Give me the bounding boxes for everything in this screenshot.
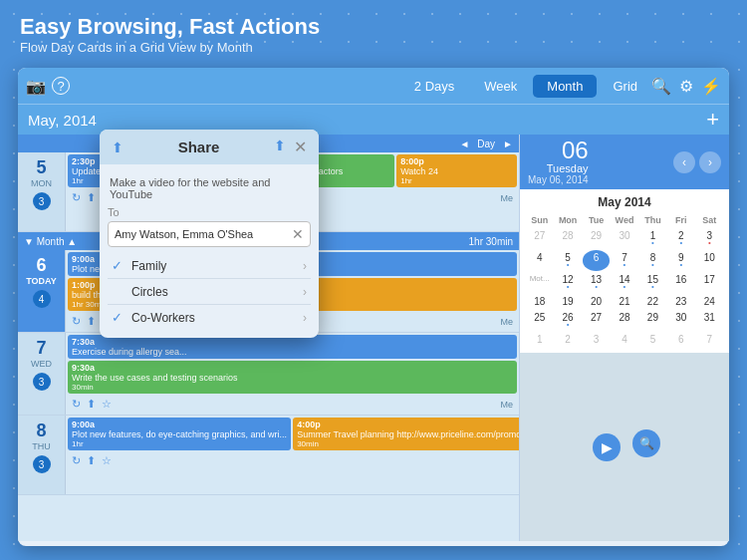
cal-cell[interactable]: 21 (611, 294, 637, 309)
refresh-icon[interactable]: ↻ (72, 315, 81, 328)
cal-cell[interactable]: 5 (554, 250, 581, 271)
share-header: ⬆ Share ⬆ ✕ (100, 130, 319, 164)
share-export-icon[interactable]: ⬆ (274, 138, 286, 156)
cal-cell[interactable]: 29 (639, 310, 666, 331)
cal-cell[interactable]: 6 (667, 332, 694, 347)
cal-cell[interactable]: 27 (526, 228, 553, 249)
cal-cell[interactable]: 7 (696, 332, 723, 347)
search-icon[interactable]: 🔍 (651, 77, 671, 96)
event-row: 9:00a Plot new features, do eye-catching… (68, 418, 520, 452)
share-contact-coworkers[interactable]: ✓ Co-Workers › (108, 305, 311, 330)
settings-icon[interactable]: ⚙ (679, 77, 693, 96)
share-upload-icon[interactable]: ⬆ (112, 140, 124, 155)
refresh-icon[interactable]: ↻ (72, 191, 81, 204)
search-bottom-button[interactable]: 🔍 (632, 429, 660, 457)
cal-cell[interactable]: 26 (554, 310, 581, 331)
share-contact-family[interactable]: ✓ Family › (108, 253, 311, 279)
mini-day-num: 06 (528, 139, 589, 162)
cal-cell[interactable]: 27 (583, 310, 610, 331)
tab-month[interactable]: Month (533, 75, 597, 98)
play-button[interactable]: ▶ (593, 433, 621, 461)
cal-cell[interactable]: 13 (583, 272, 610, 293)
cal-cell[interactable]: 19 (554, 294, 581, 309)
cal-cell[interactable]: 15 (639, 272, 666, 293)
cal-cell[interactable]: 5 (639, 332, 666, 347)
top-nav: 📷 ? 2 Days Week Month Grid 🔍 ⚙ ⚡ (18, 68, 729, 104)
share-clear-button[interactable]: ✕ (292, 226, 304, 242)
cal-cell-selected[interactable]: 6 (583, 250, 610, 271)
cal-cell[interactable]: 20 (583, 294, 610, 309)
cal-cell[interactable]: 8 (639, 250, 666, 271)
share-contact-circles[interactable]: ✓ Circles › (108, 279, 311, 305)
cal-cell[interactable]: 2 (667, 228, 694, 249)
cal-cell[interactable]: 24 (696, 294, 723, 309)
day-badge: 3 (33, 373, 51, 391)
cal-cell[interactable]: 12 (554, 272, 581, 293)
cal-cell[interactable]: 30 (611, 228, 637, 249)
tab-2days[interactable]: 2 Days (400, 75, 468, 98)
mini-cal-prev-button[interactable]: ‹ (673, 151, 695, 173)
share-close-button[interactable]: ✕ (294, 138, 307, 156)
event-time: 4:00p (297, 420, 520, 429)
next-day-button[interactable]: ► (503, 139, 513, 149)
month-add-button[interactable]: + (706, 109, 719, 131)
cal-cell[interactable]: 1 (526, 332, 553, 347)
share-icon[interactable]: ⬆ (87, 398, 96, 411)
cal-cell[interactable]: 23 (667, 294, 694, 309)
share-icon[interactable]: ⬆ (87, 315, 96, 328)
cal-cell[interactable]: 1 (639, 228, 666, 249)
prev-day-button[interactable]: ◄ (459, 139, 469, 149)
cal-cell[interactable]: 22 (639, 294, 666, 309)
share-item-label: Circles (131, 285, 303, 299)
event-title: Plot new features, do eye-catching graph… (72, 429, 287, 439)
lightning-icon[interactable]: ⚡ (701, 77, 721, 96)
app-background: Easy Browsing, Fast Actions Flow Day Car… (0, 0, 747, 61)
cal-cell[interactable]: 25 (526, 310, 553, 331)
cal-cell[interactable]: 14 (611, 272, 637, 293)
cal-cell[interactable]: 4 (611, 332, 637, 347)
cal-header-sun: Sun (526, 213, 553, 227)
share-description: Make a video for the website and YouTube (108, 172, 311, 206)
share-icon[interactable]: ⬆ (87, 454, 96, 467)
event-duration: 1hr (400, 176, 513, 185)
event-duration: 30min (297, 439, 520, 448)
cal-cell[interactable]: Mot... (526, 272, 553, 293)
refresh-icon[interactable]: ↻ (72, 398, 81, 411)
cal-cell[interactable]: 9 (667, 250, 694, 271)
refresh-icon[interactable]: ↻ (72, 454, 81, 467)
star-icon[interactable]: ☆ (102, 398, 112, 411)
event-block[interactable]: 4:00p Summer Travel planning http://www.… (293, 418, 520, 450)
cal-cell[interactable]: 28 (554, 228, 581, 249)
cal-cell[interactable]: 7 (611, 250, 637, 271)
share-icon[interactable]: ⬆ (87, 191, 96, 204)
cal-cell[interactable]: 29 (583, 228, 610, 249)
event-duration: 30min (72, 383, 513, 392)
cal-cell[interactable]: 3 (583, 332, 610, 347)
mini-cal-next-button[interactable]: › (699, 151, 721, 173)
cal-cell[interactable]: 4 (526, 250, 553, 271)
share-to-label: To (108, 206, 311, 218)
event-block[interactable]: 9:30a Write the use cases and testing sc… (68, 361, 517, 394)
cal-cell[interactable]: 28 (611, 310, 637, 331)
help-icon[interactable]: ? (52, 77, 70, 95)
event-title: Summer Travel planning http://www.pricel… (297, 429, 520, 439)
star-icon[interactable]: ☆ (102, 454, 112, 467)
cal-cell[interactable]: 16 (667, 272, 694, 293)
cal-cell[interactable]: 31 (696, 310, 723, 331)
cal-cell[interactable]: 10 (696, 250, 723, 271)
cal-cell[interactable]: 30 (667, 310, 694, 331)
day-badge: 4 (33, 290, 51, 308)
cal-cell[interactable]: 18 (526, 294, 553, 309)
camera-icon[interactable]: 📷 (26, 77, 46, 96)
event-time: 7:30a (72, 337, 513, 347)
event-block[interactable]: 8:00p Watch 24 1hr (396, 154, 517, 187)
tab-week[interactable]: Week (470, 75, 531, 98)
share-to-field[interactable]: Amy Watson, Emma O'Shea ✕ (108, 221, 311, 247)
cal-cell[interactable]: 17 (696, 272, 723, 293)
tab-grid[interactable]: Grid (599, 75, 651, 98)
day-num: 8 (36, 420, 46, 441)
event-block[interactable]: 9:00a Plot new features, do eye-catching… (68, 418, 291, 450)
cal-cell[interactable]: 3 (696, 228, 723, 249)
cal-cell[interactable]: 2 (554, 332, 581, 347)
event-block[interactable]: 7:30a Exercise during allergy sea... (68, 335, 517, 359)
